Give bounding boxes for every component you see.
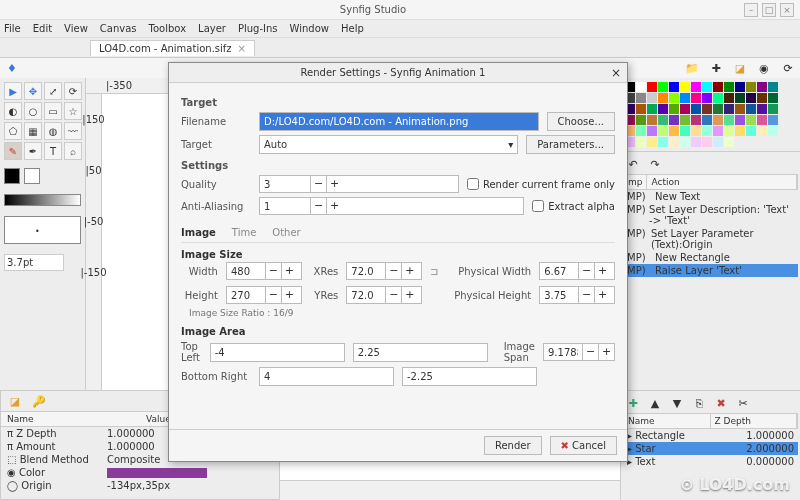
menu-layer[interactable]: Layer [198, 23, 226, 34]
span-spinner[interactable]: −+ [543, 343, 615, 361]
palette-color[interactable] [746, 93, 756, 103]
menu-toolbox[interactable]: Toolbox [149, 23, 187, 34]
palette-color[interactable] [658, 137, 668, 147]
palette-color[interactable] [691, 104, 701, 114]
palette-color[interactable] [724, 126, 734, 136]
palette-color[interactable] [713, 126, 723, 136]
menu-edit[interactable]: Edit [33, 23, 52, 34]
palette-color[interactable] [691, 137, 701, 147]
target-select[interactable]: Auto▾ [259, 135, 518, 154]
history-row[interactable]: MP)Set Layer Description: 'Text' -> 'Tex… [623, 203, 798, 227]
width-spinner[interactable]: −+ [226, 262, 302, 280]
history-row[interactable]: MP)Set Layer Parameter (Text):Origin [623, 227, 798, 251]
palette-color[interactable] [702, 126, 712, 136]
palette-color[interactable] [757, 115, 767, 125]
dialog-close-icon[interactable]: × [611, 66, 621, 80]
render-button[interactable]: Render [484, 436, 542, 455]
filename-input[interactable] [259, 112, 539, 131]
document-tab[interactable]: LO4D.com - Animation.sifz × [90, 40, 255, 56]
tool-circle[interactable]: ○ [24, 102, 42, 120]
palette-color[interactable] [658, 82, 668, 92]
tool-pointer[interactable]: ▶ [4, 82, 22, 100]
palette-color[interactable] [724, 82, 734, 92]
palette-color[interactable] [680, 115, 690, 125]
palette-color[interactable] [691, 115, 701, 125]
point-size[interactable] [4, 254, 64, 271]
aa-spinner[interactable]: −+ [259, 197, 524, 215]
palette-color[interactable] [724, 104, 734, 114]
palette-color[interactable] [669, 137, 679, 147]
height-spinner[interactable]: −+ [226, 286, 302, 304]
palette-color[interactable] [724, 137, 734, 147]
layer-row[interactable]: ▸ Rectangle1.000000 [623, 429, 798, 442]
tool-scale[interactable]: ⤢ [44, 82, 62, 100]
minimize-button[interactable]: – [744, 3, 758, 17]
palette-color[interactable] [680, 93, 690, 103]
xres-spinner[interactable]: −+ [346, 262, 422, 280]
palette-color[interactable] [757, 126, 767, 136]
palette-color[interactable] [702, 82, 712, 92]
palette-color[interactable] [636, 93, 646, 103]
palette-color[interactable] [636, 115, 646, 125]
cancel-button[interactable]: ✖ Cancel [550, 436, 617, 455]
palette-color[interactable] [669, 82, 679, 92]
layer-dup-icon[interactable]: ⎘ [691, 395, 707, 411]
menu-canvas[interactable]: Canvas [100, 23, 137, 34]
layer-cut-icon[interactable]: ✂ [735, 395, 751, 411]
layer-down-icon[interactable]: ▼ [669, 395, 685, 411]
tool-move[interactable]: ✥ [24, 82, 42, 100]
palette-color[interactable] [680, 82, 690, 92]
palette-color[interactable] [691, 126, 701, 136]
palette-color[interactable] [724, 115, 734, 125]
rcfo-checkbox[interactable]: Render current frame only [467, 178, 615, 190]
palette-color[interactable] [713, 137, 723, 147]
palette-color[interactable] [724, 93, 734, 103]
palette-color[interactable] [746, 115, 756, 125]
palette-color[interactable] [768, 82, 778, 92]
layer-row[interactable]: ▸ Text0.000000 [623, 455, 798, 468]
close-tab-icon[interactable]: × [238, 43, 246, 54]
tbicon3[interactable]: ◪ [732, 60, 748, 76]
palette-color[interactable] [746, 82, 756, 92]
palette-color[interactable] [746, 104, 756, 114]
palette-color[interactable] [713, 82, 723, 92]
palette-color[interactable] [735, 82, 745, 92]
parameters-button[interactable]: Parameters... [526, 135, 615, 154]
tbicon2[interactable]: ✚ [708, 60, 724, 76]
palette-color[interactable] [636, 82, 646, 92]
maximize-button[interactable]: □ [762, 3, 776, 17]
br-y[interactable] [402, 367, 537, 386]
palette-color[interactable] [669, 115, 679, 125]
tl-y[interactable] [353, 343, 488, 362]
menu-help[interactable]: Help [341, 23, 364, 34]
palette-color[interactable] [647, 104, 657, 114]
tool-rect[interactable]: ▭ [44, 102, 62, 120]
params-tab-icon[interactable]: ◪ [7, 393, 23, 409]
layer-del-icon[interactable]: ✖ [713, 395, 729, 411]
palette-color[interactable] [636, 104, 646, 114]
palette-color[interactable] [713, 104, 723, 114]
palette-color[interactable] [735, 126, 745, 136]
palette-color[interactable] [735, 104, 745, 114]
menu-view[interactable]: View [64, 23, 88, 34]
tab-other[interactable]: Other [272, 227, 300, 238]
palette-color[interactable] [680, 137, 690, 147]
history-row[interactable]: MP)New Rectangle [623, 251, 798, 264]
palette-color[interactable] [658, 93, 668, 103]
palette-color[interactable] [647, 93, 657, 103]
tbicon1[interactable]: 📁 [684, 60, 700, 76]
history-row[interactable]: MP)Raise Layer 'Text' [623, 264, 798, 277]
tool-mirror[interactable]: ◐ [4, 102, 22, 120]
palette-color[interactable] [669, 126, 679, 136]
tool-poly[interactable]: ⬠ [4, 122, 22, 140]
yres-spinner[interactable]: −+ [346, 286, 422, 304]
tbicon5[interactable]: ⟳ [780, 60, 796, 76]
tbicon4[interactable]: ◉ [756, 60, 772, 76]
tool-pencil[interactable]: ✎ [4, 142, 22, 160]
tab-time[interactable]: Time [232, 227, 256, 238]
tl-x[interactable] [210, 343, 345, 362]
palette-color[interactable] [702, 115, 712, 125]
palette-color[interactable] [735, 93, 745, 103]
history-row[interactable]: MP)New Text [623, 190, 798, 203]
palette-color[interactable] [757, 104, 767, 114]
